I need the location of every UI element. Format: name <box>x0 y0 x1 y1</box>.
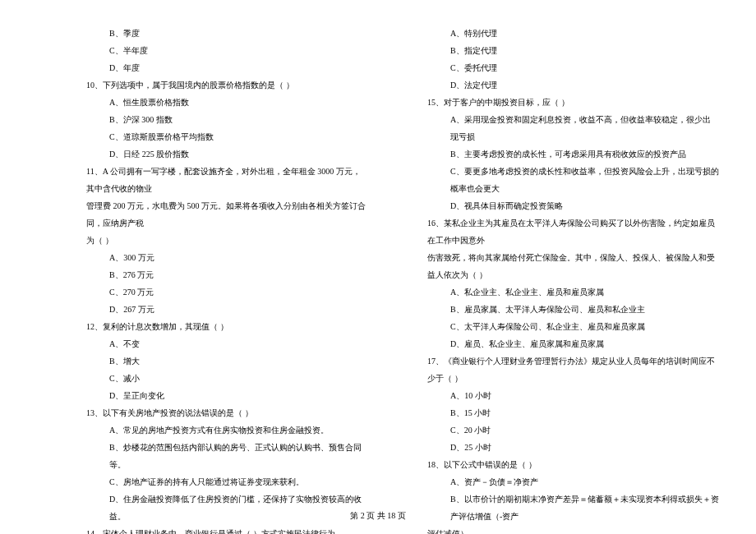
q17-option-b: B、15 小时 <box>427 404 719 421</box>
q10-option-a: A、恒生股票价格指数 <box>86 94 366 111</box>
q17-option-d: D、25 小时 <box>427 439 719 456</box>
q14-option-c: C、委托代理 <box>427 59 719 76</box>
q11-option-c: C、270 万元 <box>86 283 366 301</box>
q12-text: 12、复利的计息次数增加，其现值（ ） <box>86 318 366 335</box>
q10-option-c: C、道琼斯股票价格平均指数 <box>86 128 366 145</box>
q16-option-c: C、太平洋人寿保险公司、私企业主、雇员和雇员家属 <box>427 318 719 335</box>
q10-option-d: D、日经 225 股价指数 <box>86 145 366 163</box>
q12-option-c: C、减小 <box>86 370 366 387</box>
q16-option-b: B、雇员家属、太平洋人寿保险公司、雇员和私企业主 <box>427 301 719 318</box>
q12-option-d: D、呈正向变化 <box>86 387 366 404</box>
q18-text: 18、以下公式中错误的是（ ） <box>427 456 719 473</box>
q9-option-b: B、季度 <box>86 25 366 42</box>
q15-option-d: D、视具体目标而确定投资策略 <box>427 197 719 214</box>
q11-text: 11、A 公司拥有一写字楼，配套设施齐全，对外出租，全年租金 3000 万元，其… <box>86 163 366 197</box>
page-container: B、季度 C、半年度 D、年度 10、下列选项中，属于我国境内的股票价格指数的是… <box>0 0 756 534</box>
right-column: A、特别代理 B、指定代理 C、委托代理 D、法定代理 15、对于客户的中期投资… <box>427 25 719 534</box>
q14-option-a: A、特别代理 <box>427 25 719 42</box>
q14-text: 14、宋体个人理财业务中，商业银行是通过（ ）方式实施民法律行为。 <box>86 525 366 534</box>
q15-text: 15、对于客户的中期投资目标，应（ ） <box>427 94 719 111</box>
q13-option-b: B、炒楼花的范围包括内部认购的房号、正式认购的认购书、预售合同等。 <box>86 439 366 473</box>
q11-option-d: D、267 万元 <box>86 301 366 318</box>
q13-text: 13、以下有关房地产投资的说法错误的是（ ） <box>86 404 366 421</box>
q16-cont1: 伤害致死，将向其家属给付死亡保险金。其中，保险人、投保人、被保险人和受益人依次为… <box>427 249 719 283</box>
q17-option-a: A、10 小时 <box>427 387 719 404</box>
q14-option-b: B、指定代理 <box>427 42 719 59</box>
q11-option-b: B、276 万元 <box>86 266 366 283</box>
q11-option-a: A、300 万元 <box>86 249 366 266</box>
q11-cont1: 管理费 200 万元，水电费为 500 万元。如果将各项收入分别由各相关方签订合… <box>86 197 366 232</box>
q16-text: 16、某私企业主为其雇员在太平洋人寿保险公司购买了以外伤害险，约定如雇员在工作中… <box>427 214 719 249</box>
q16-option-d: D、雇员、私企业主、雇员家属和雇员家属 <box>427 335 719 352</box>
q17-text: 17、《商业银行个人理财业务管理暂行办法》规定从业人员每年的培训时间应不少于（ … <box>427 352 719 387</box>
left-column: B、季度 C、半年度 D、年度 10、下列选项中，属于我国境内的股票价格指数的是… <box>86 25 366 534</box>
q14-option-d: D、法定代理 <box>427 76 719 94</box>
q9-option-c: C、半年度 <box>86 42 366 59</box>
q15-option-b: B、主要考虑投资的成长性，可考虑采用具有税收效应的投资产品 <box>427 145 719 163</box>
q15-option-a: A、采用现金投资和固定利息投资，收益不高，但收益率较稳定，很少出现亏损 <box>427 111 719 145</box>
page-footer: 第 2 页 共 18 页 <box>0 510 756 522</box>
q10-option-b: B、沪深 300 指数 <box>86 111 366 128</box>
q13-option-c: C、房地产证券的持有人只能通过将证券变现来获利。 <box>86 473 366 490</box>
q12-option-b: B、增大 <box>86 352 366 370</box>
q15-option-c: C、要更多地考虑投资的成长性和收益率，但投资风险会上升，出现亏损的概率也会更大 <box>427 163 719 197</box>
q13-option-a: A、常见的房地产投资方式有住房实物投资和住房金融投资。 <box>86 421 366 439</box>
q9-option-d: D、年度 <box>86 59 366 76</box>
q10-text: 10、下列选项中，属于我国境内的股票价格指数的是（ ） <box>86 76 366 94</box>
q12-option-a: A、不变 <box>86 335 366 352</box>
q18-option-a: A、资产－负债＝净资产 <box>427 473 719 490</box>
q16-option-a: A、私企业主、私企业主、雇员和雇员家属 <box>427 283 719 301</box>
q18-cont1: 评估减值） <box>427 525 719 534</box>
q11-cont2: 为（ ） <box>86 232 366 249</box>
q17-option-c: C、20 小时 <box>427 421 719 439</box>
